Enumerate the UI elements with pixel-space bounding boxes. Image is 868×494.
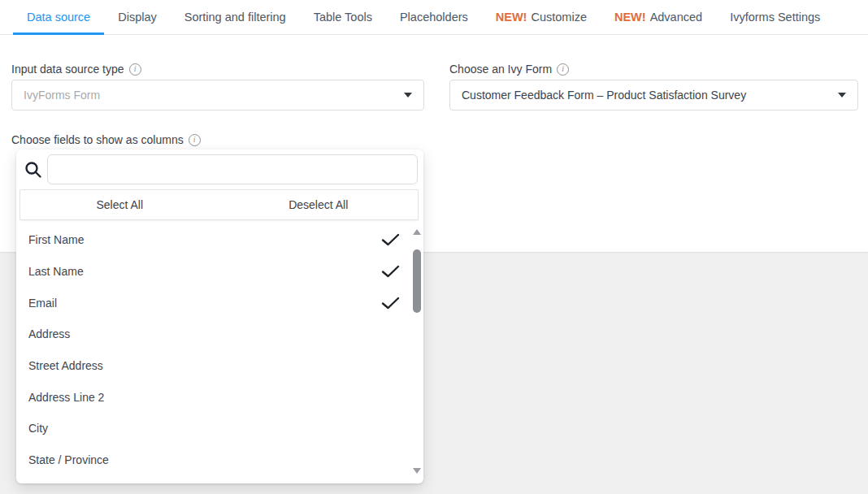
option-label: State / Province (28, 453, 109, 466)
scroll-up-arrow[interactable] (413, 229, 421, 235)
tab-placeholders[interactable]: Placeholders (386, 0, 482, 34)
check-icon (381, 233, 400, 246)
option-email[interactable]: Email (16, 287, 423, 318)
tab-customize[interactable]: NEW! Customize (482, 0, 601, 34)
scrollbar-thumb[interactable] (413, 249, 421, 313)
select-value: Customer Feedback Form – Product Satisfa… (462, 89, 838, 102)
tab-advanced[interactable]: NEW! Advanced (601, 0, 716, 34)
select-value: IvyForms Form (24, 89, 404, 102)
search-input[interactable] (47, 154, 418, 184)
check-icon (381, 297, 400, 310)
tab-display[interactable]: Display (104, 0, 171, 34)
chevron-down-icon (838, 93, 846, 98)
label-text: Choose fields to show as columns (11, 133, 184, 146)
label-text: Choose an Ivy Form (449, 63, 552, 76)
tab-label: Customize (531, 11, 587, 24)
tab-label: Ivyforms Settings (730, 11, 820, 24)
tab-label: Placeholders (400, 11, 468, 24)
option-label: Address (28, 327, 70, 340)
check-icon (381, 265, 400, 278)
option-city[interactable]: City (16, 413, 423, 444)
data-source-type-label: Input data source type i (11, 63, 141, 76)
ivy-form-select[interactable]: Customer Feedback Form – Product Satisfa… (449, 80, 858, 110)
option-address[interactable]: Address (16, 318, 423, 350)
data-source-type-select[interactable]: IvyForms Form (11, 80, 424, 110)
ivy-form-label: Choose an Ivy Form i (449, 63, 569, 76)
options-list: First Name Last Name Email Address Stree… (16, 224, 423, 479)
option-first-name[interactable]: First Name (16, 224, 423, 256)
columns-label: Choose fields to show as columns i (11, 133, 201, 146)
option-label: Street Address (28, 359, 103, 372)
option-street-address[interactable]: Street Address (16, 350, 423, 382)
tab-label: Sorting and filtering (184, 11, 286, 24)
tab-data-source[interactable]: Data source (13, 0, 104, 34)
info-icon[interactable]: i (189, 134, 201, 146)
tab-label: Advanced (650, 11, 703, 24)
option-label: First Name (28, 233, 84, 246)
tab-label: Data source (27, 11, 90, 24)
bulk-actions-row: Select All Deselect All (20, 189, 419, 220)
info-icon[interactable]: i (557, 63, 569, 76)
tab-table-tools[interactable]: Table Tools (300, 0, 386, 34)
tab-label: Display (118, 11, 157, 24)
search-icon (24, 160, 43, 182)
list-scrollbar (412, 224, 422, 479)
select-all-button[interactable]: Select All (20, 190, 219, 219)
new-badge: NEW! (496, 11, 527, 24)
option-label: Address Line 2 (28, 391, 104, 404)
tab-bar: Data source Display Sorting and filterin… (0, 0, 868, 35)
deselect-all-button[interactable]: Deselect All (219, 190, 419, 219)
tab-label: Table Tools (314, 11, 372, 24)
columns-multiselect-dropdown: Select All Deselect All First Name Last … (16, 150, 423, 483)
search-row (16, 150, 423, 188)
tab-ivyforms-settings[interactable]: Ivyforms Settings (716, 0, 834, 34)
tab-sorting-and-filtering[interactable]: Sorting and filtering (171, 0, 300, 34)
option-label: Last Name (28, 265, 84, 278)
new-badge: NEW! (614, 11, 646, 24)
option-label: Email (28, 297, 57, 310)
label-text: Input data source type (11, 63, 124, 76)
option-label: City (28, 422, 48, 435)
option-address-line-2[interactable]: Address Line 2 (16, 381, 423, 413)
chevron-down-icon (404, 93, 412, 98)
option-last-name[interactable]: Last Name (16, 256, 423, 288)
info-icon[interactable]: i (129, 63, 141, 76)
option-state-province[interactable]: State / Province (16, 444, 423, 476)
scroll-down-arrow[interactable] (413, 468, 421, 474)
